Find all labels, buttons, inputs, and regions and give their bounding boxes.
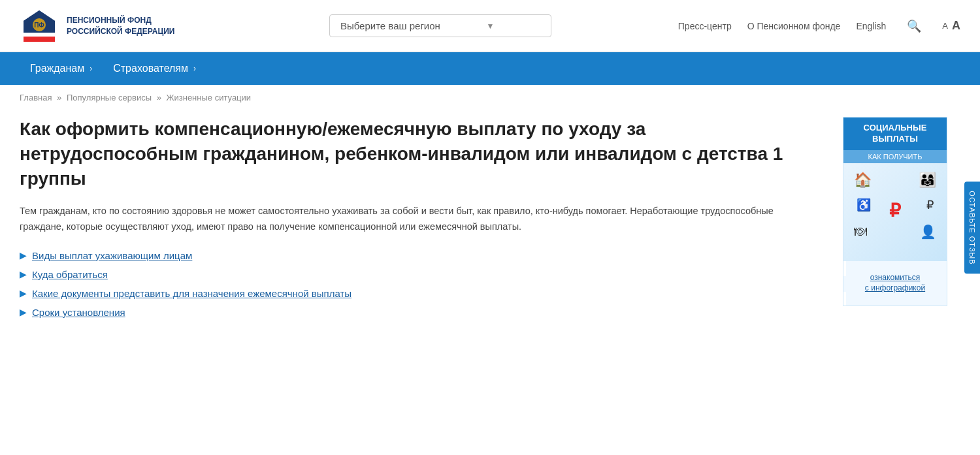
header: ПФ ПЕНСИОННЫЙ ФОНД РОССИЙСКОЙ ФЕДЕРАЦИИ … bbox=[0, 0, 980, 52]
infographic-card: СОЦИАЛЬНЫЕ ВЫПЛАТЫ КАК ПОЛУЧИТЬ 🏠 👨‍👩‍👧 … bbox=[843, 117, 947, 306]
infographic-image: 🏠 👨‍👩‍👧 ♿ ₽ 🍽 👤 ₽ bbox=[843, 163, 947, 261]
press-center-link[interactable]: Пресс-центр bbox=[678, 21, 732, 31]
toc-arrow-1: ▶ bbox=[20, 250, 27, 260]
search-button[interactable]: 🔍 bbox=[902, 16, 926, 36]
food-icon: 🍽 bbox=[854, 224, 867, 239]
nav-chevron-citizens: › bbox=[90, 64, 92, 73]
main-content: Как оформить компенсационную/ежемесячную… bbox=[0, 110, 980, 345]
english-link[interactable]: English bbox=[856, 21, 886, 31]
svg-text:ПФ: ПФ bbox=[34, 22, 44, 29]
svg-rect-2 bbox=[24, 33, 55, 37]
breadcrumb-sep2: » bbox=[157, 93, 161, 102]
infographic-sub: КАК ПОЛУЧИТЬ bbox=[843, 150, 947, 163]
content-left: Как оформить компенсационную/ежемесячную… bbox=[20, 117, 823, 326]
main-nav: Гражданам › Страхователям › bbox=[0, 52, 980, 85]
house-icon: 🏠 bbox=[854, 172, 872, 189]
toc-item: ▶ Куда обратиться bbox=[20, 269, 823, 280]
logo-icon: ПФ bbox=[20, 8, 59, 44]
toc-item: ▶ Сроки установления bbox=[20, 307, 823, 318]
money-icon: ₽ bbox=[926, 198, 934, 212]
pfr-logo-svg: ПФ bbox=[20, 8, 59, 44]
toc-item: ▶ Виды выплат ухаживающим лицам bbox=[20, 250, 823, 261]
nav-chevron-insurers: › bbox=[193, 64, 196, 73]
breadcrumb-sep1: » bbox=[57, 93, 61, 102]
toc-list: ▶ Виды выплат ухаживающим лицам ▶ Куда о… bbox=[20, 250, 823, 318]
family-icon: 👨‍👩‍👧 bbox=[919, 172, 936, 189]
page-title: Как оформить компенсационную/ежемесячную… bbox=[20, 117, 823, 191]
svg-rect-1 bbox=[24, 37, 55, 42]
breadcrumb: Главная » Популярные сервисы » Жизненные… bbox=[0, 85, 980, 110]
toc-arrow-4: ▶ bbox=[20, 307, 27, 317]
chevron-down-icon: ▼ bbox=[440, 22, 540, 31]
font-small[interactable]: A bbox=[942, 21, 948, 31]
intro-text: Тем гражданам, кто по состоянию здоровья… bbox=[20, 204, 804, 234]
header-nav: Пресс-центр О Пенсионном фонде English 🔍… bbox=[678, 16, 960, 36]
wheelchair-icon: ♿ bbox=[857, 198, 871, 212]
ruble-center-icon: ₽ bbox=[889, 200, 901, 221]
toc-link-1[interactable]: Виды выплат ухаживающим лицам bbox=[32, 250, 192, 261]
person-icon: 👤 bbox=[920, 224, 936, 240]
toc-link-4[interactable]: Сроки установления bbox=[32, 307, 125, 318]
nav-item-citizens[interactable]: Гражданам › bbox=[20, 52, 103, 85]
toc-arrow-3: ▶ bbox=[20, 288, 27, 298]
breadcrumb-current: Жизненные ситуации bbox=[166, 93, 251, 102]
logo-text: ПЕНСИОННЫЙ ФОНД РОССИЙСКОЙ ФЕДЕРАЦИИ bbox=[67, 15, 174, 37]
toc-link-2[interactable]: Куда обратиться bbox=[32, 269, 108, 280]
infographic-header: СОЦИАЛЬНЫЕ ВЫПЛАТЫ bbox=[843, 118, 947, 150]
feedback-tab[interactable]: ОСТАВЬТЕ ОТЗЫВ bbox=[964, 181, 980, 274]
region-dropdown[interactable]: Выберите ваш регион ▼ bbox=[329, 14, 551, 37]
region-selector: Выберите ваш регион ▼ bbox=[203, 14, 678, 37]
breadcrumb-popular[interactable]: Популярные сервисы bbox=[67, 93, 152, 102]
toc-link-3[interactable]: Какие документы представить для назначен… bbox=[32, 288, 351, 299]
region-placeholder: Выберите ваш регион bbox=[340, 20, 440, 31]
logo-area: ПФ ПЕНСИОННЫЙ ФОНД РОССИЙСКОЙ ФЕДЕРАЦИИ bbox=[20, 8, 203, 44]
font-large[interactable]: A bbox=[952, 19, 960, 33]
nav-item-insurers[interactable]: Страхователям › bbox=[103, 52, 206, 85]
toc-item: ▶ Какие документы представить для назнач… bbox=[20, 288, 823, 299]
font-size-controls: A A bbox=[942, 19, 960, 33]
about-link[interactable]: О Пенсионном фонде bbox=[747, 21, 841, 31]
infographic-sidebar: СОЦИАЛЬНЫЕ ВЫПЛАТЫ КАК ПОЛУЧИТЬ 🏠 👨‍👩‍👧 … bbox=[843, 117, 947, 326]
toc-arrow-2: ▶ bbox=[20, 269, 27, 279]
breadcrumb-home[interactable]: Главная bbox=[20, 93, 52, 102]
infographic-link[interactable]: ознакомиться с инфографикой bbox=[843, 259, 947, 306]
